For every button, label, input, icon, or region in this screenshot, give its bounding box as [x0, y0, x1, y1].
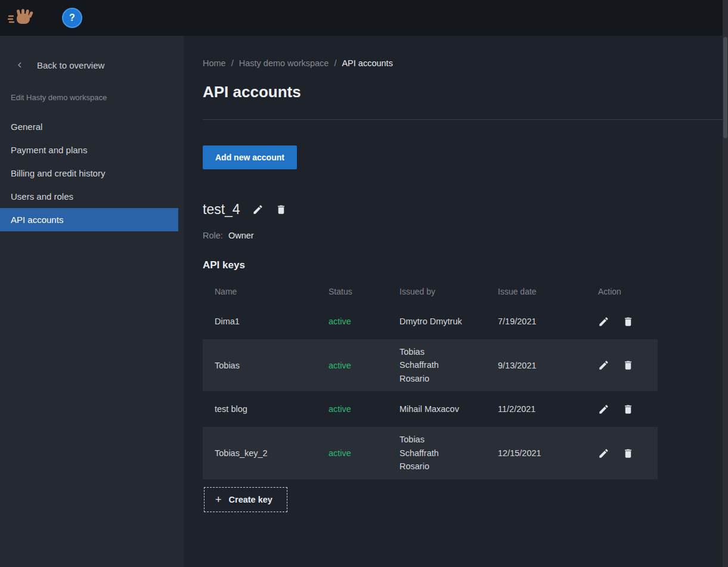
- table-row: Tobias active Tobias Schaffrath Rosario …: [203, 339, 658, 391]
- role-label: Role:: [203, 231, 223, 240]
- key-issued-by: Dmytro Dmytruk: [388, 315, 486, 328]
- create-key-button[interactable]: + Create key: [204, 487, 287, 512]
- pencil-icon: [598, 316, 609, 327]
- scrollbar-thumb[interactable]: [723, 37, 727, 138]
- key-name: Dima1: [203, 317, 317, 326]
- help-button-label: ?: [69, 13, 75, 23]
- key-issue-date: 12/15/2021: [486, 448, 586, 458]
- column-header-name: Name: [203, 287, 317, 296]
- column-header-issued-by: Issued by: [388, 287, 486, 296]
- topbar: ?: [0, 0, 728, 36]
- table-row: Dima1 active Dmytro Dmytruk 7/19/2021: [203, 303, 658, 339]
- divider: [203, 119, 723, 120]
- plus-icon: +: [215, 494, 222, 505]
- key-actions: [586, 404, 658, 415]
- edit-key-button[interactable]: [598, 360, 609, 371]
- key-actions: [586, 448, 658, 459]
- role-line: Role: Owner: [203, 231, 728, 240]
- key-status: active: [317, 448, 388, 458]
- delete-key-button[interactable]: [622, 316, 634, 327]
- table-row: test blog active Mihail Maxacov 11/2/202…: [203, 391, 658, 427]
- help-button[interactable]: ?: [62, 8, 82, 28]
- delete-account-button[interactable]: [275, 204, 287, 215]
- sidebar-item-billing-and-credit-history[interactable]: Billing and credit history: [0, 162, 184, 185]
- table-header: Name Status Issued by Issue date Action: [203, 278, 658, 303]
- key-actions: [586, 316, 658, 327]
- key-issued-by: Mihail Maxacov: [388, 402, 486, 416]
- column-header-status: Status: [317, 287, 388, 296]
- sidebar-item-users-and-roles[interactable]: Users and roles: [0, 185, 184, 208]
- sidebar-menu: General Payment and plans Billing and cr…: [0, 115, 184, 231]
- add-new-account-button[interactable]: Add new account: [203, 145, 297, 169]
- key-name: test blog: [203, 404, 317, 414]
- key-name: Tobias_key_2: [203, 448, 317, 458]
- key-status: active: [317, 361, 388, 370]
- trash-icon: [622, 360, 634, 371]
- trash-icon: [622, 404, 634, 415]
- sidebar-item-payment-and-plans[interactable]: Payment and plans: [0, 138, 184, 162]
- page-title: API accounts: [203, 83, 728, 101]
- trash-icon: [622, 448, 634, 459]
- scrollbar[interactable]: [723, 0, 728, 567]
- breadcrumb-separator: /: [334, 58, 336, 68]
- pencil-icon: [598, 448, 609, 459]
- delete-key-button[interactable]: [622, 360, 634, 371]
- account-name: test_4: [203, 202, 240, 218]
- key-status: active: [317, 404, 388, 414]
- edit-key-button[interactable]: [598, 448, 609, 459]
- sidebar: Back to overview Edit Hasty demo workspa…: [0, 36, 184, 567]
- key-status: active: [317, 317, 388, 326]
- chevron-left-icon: [14, 60, 25, 70]
- edit-account-button[interactable]: [252, 204, 264, 215]
- breadcrumb-home[interactable]: Home: [203, 58, 226, 68]
- delete-key-button[interactable]: [622, 404, 634, 415]
- back-to-overview-link[interactable]: Back to overview: [0, 52, 184, 78]
- edit-key-button[interactable]: [598, 404, 609, 415]
- hasty-logo-icon[interactable]: [7, 8, 35, 28]
- key-issued-by: Tobias Schaffrath Rosario: [388, 433, 486, 473]
- pencil-icon: [598, 404, 609, 415]
- delete-key-button[interactable]: [622, 448, 634, 459]
- key-issue-date: 9/13/2021: [486, 361, 586, 370]
- role-value: Owner: [228, 231, 254, 240]
- key-name: Tobias: [203, 361, 317, 370]
- create-key-label: Create key: [229, 495, 272, 504]
- column-header-issue-date: Issue date: [486, 287, 586, 296]
- column-header-action: Action: [586, 287, 658, 296]
- api-keys-heading: API keys: [203, 259, 728, 271]
- back-to-overview-label: Back to overview: [37, 60, 104, 70]
- breadcrumb-workspace[interactable]: Hasty demo workspace: [239, 58, 329, 68]
- key-actions: [586, 360, 658, 371]
- api-keys-table: Name Status Issued by Issue date Action …: [203, 278, 658, 479]
- pencil-icon: [598, 360, 609, 371]
- trash-icon: [622, 316, 634, 327]
- table-row: Tobias_key_2 active Tobias Schaffrath Ro…: [203, 427, 658, 479]
- main-content: Home / Hasty demo workspace / API accoun…: [184, 36, 728, 567]
- sidebar-subtitle: Edit Hasty demo workspace: [0, 78, 184, 107]
- breadcrumb-current: API accounts: [342, 58, 392, 68]
- sidebar-item-general[interactable]: General: [0, 115, 184, 138]
- edit-key-button[interactable]: [598, 316, 609, 327]
- key-issue-date: 7/19/2021: [486, 317, 586, 326]
- breadcrumb-separator: /: [231, 58, 234, 68]
- key-issued-by: Tobias Schaffrath Rosario: [388, 345, 486, 385]
- account-header: test_4: [203, 202, 728, 218]
- sidebar-item-api-accounts[interactable]: API accounts: [0, 208, 178, 231]
- key-issue-date: 11/2/2021: [486, 404, 586, 414]
- pencil-icon: [252, 204, 264, 215]
- breadcrumb: Home / Hasty demo workspace / API accoun…: [203, 58, 728, 68]
- trash-icon: [275, 204, 287, 215]
